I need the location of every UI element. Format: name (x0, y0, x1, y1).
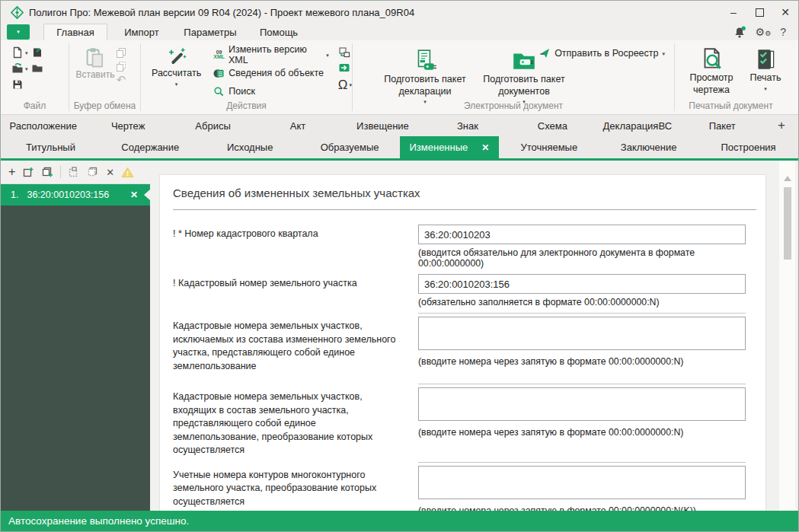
form-row-included-numbers: Кадастровые номера земельных участков, в… (173, 384, 756, 457)
window-arrange-icon[interactable] (338, 46, 350, 59)
form-row-quarter-number: ! * Номер кадастрового квартала (вводитс… (173, 225, 756, 269)
minimize-button[interactable]: – (721, 2, 746, 23)
ribbon-group-label: Файл (1, 100, 69, 111)
delete-item-button[interactable]: ✕ (106, 167, 114, 177)
form-title: Сведения об измененных земельных участка… (173, 186, 756, 199)
notifications-bell-icon[interactable] (733, 26, 746, 38)
duplicate-item-button[interactable] (22, 166, 34, 178)
cadastral-number-input[interactable] (418, 274, 746, 294)
close-tab-icon[interactable]: ✕ (481, 142, 489, 153)
doc-tabs-row-1: Расположение Чертеж Абрисы Акт Извещение… (1, 115, 798, 136)
included-numbers-textarea[interactable] (418, 387, 746, 421)
undo-icon[interactable]: ↶ (115, 74, 127, 85)
tab-ishodnye[interactable]: Исходные (200, 136, 300, 158)
save-button[interactable] (11, 78, 31, 91)
tab-pomosch[interactable]: Помощь (244, 24, 313, 40)
close-button[interactable]: ✕ (772, 2, 798, 23)
excluded-numbers-textarea[interactable] (418, 317, 746, 350)
paste-item-button[interactable] (68, 166, 80, 178)
contour-numbers-textarea[interactable] (418, 466, 746, 499)
scroll-up-arrow-icon[interactable] (784, 176, 791, 181)
open-project-button[interactable]: ▾ (11, 62, 31, 75)
omega-symbol-button[interactable]: Ω ▾ (338, 77, 352, 92)
remove-item-icon[interactable]: ✕ (130, 190, 138, 200)
vertical-scrollbar[interactable] (779, 161, 795, 511)
field-label: ! * Номер кадастрового квартала (173, 225, 418, 269)
send-to-rosreestr-button[interactable]: Отправить в Росреестр ▾ (539, 47, 665, 59)
tab-raspolozhenie[interactable]: Расположение (1, 115, 85, 136)
open-folder-button[interactable] (31, 62, 48, 75)
prepare-documents-label: Подготовить пакет документов (479, 74, 569, 97)
help-icon[interactable]: ? (780, 26, 786, 38)
ribbon-group-label: Печатный документ (675, 100, 787, 111)
doc-tabs-row-2: Титульный Содержание Исходные Образуемые… (1, 136, 798, 158)
form-row-cadastral-number: ! Кадастровый номер земельного участка (… (173, 274, 756, 307)
new-document-button[interactable]: ▾ (11, 46, 31, 59)
ribbon-group-edoc: Подготовить пакет декларации ▾ Подготови… (353, 40, 674, 114)
tab-akt[interactable]: Акт (255, 115, 340, 136)
quarter-number-input[interactable] (418, 225, 746, 244)
tab-chertezh[interactable]: Чертеж (85, 115, 170, 136)
print-button[interactable]: Печать ▾ (745, 45, 786, 97)
save-as-template-button[interactable] (31, 46, 48, 59)
field-label: Кадастровые номера земельных участков, в… (173, 384, 418, 457)
ribbon-group-printdoc: Просмотр чертежа Печать ▾ Печатный докум… (675, 40, 787, 114)
tab-postroeniya[interactable]: Построения (698, 136, 798, 158)
tab-znak[interactable]: Знак (425, 115, 510, 136)
ribbon-group-actions: Рассчитать ▾ 09XML Изменить версию XML ▾ (141, 40, 352, 114)
field-hint: (вводите номера через запятую в формате … (418, 505, 746, 511)
window-controls: – ✕ (721, 2, 798, 23)
tab-obrazuemye[interactable]: Образуемые (300, 136, 400, 158)
field-hint: (вводится обязательно для электронного д… (418, 247, 746, 269)
toolbar-separator (60, 166, 61, 178)
tab-import[interactable]: Импорт (107, 24, 176, 40)
change-xml-label: Изменить версию XML (229, 44, 322, 65)
object-info-icon (213, 68, 225, 79)
tab-paket[interactable]: Пакет (680, 115, 765, 136)
ribbon-group-file: ▾ ▾ Файл (1, 40, 69, 114)
selected-item-notch (144, 190, 150, 200)
copy-special-icon[interactable] (115, 60, 127, 72)
tab-utochnyaemye[interactable]: Уточняемые (499, 136, 599, 158)
clipboard-icon (84, 46, 107, 69)
tab-titulnyy[interactable]: Титульный (1, 136, 101, 158)
import-into-icon[interactable] (338, 62, 350, 74)
field-hint: (вводите номера через запятую в формате … (418, 356, 746, 367)
chevron-down-icon: ▾ (175, 81, 178, 88)
tab-izmenennye-active[interactable]: Измененные ✕ (400, 136, 500, 158)
copy-icon[interactable] (115, 46, 127, 59)
app-menu-button[interactable]: ▾ (7, 24, 30, 40)
status-bar: Автосохранение выполнено успешно. (1, 511, 798, 531)
tab-zaklyuchenie[interactable]: Заключение (599, 136, 698, 158)
tab-glavnaya[interactable]: Главная (43, 24, 107, 40)
warning-icon[interactable] (121, 167, 134, 178)
tab-soderzhanie[interactable]: Содержание (101, 136, 200, 158)
form-row-contour-numbers: Учетные номера контуров многоконтурного … (173, 462, 756, 511)
document-tabs: Расположение Чертеж Абрисы Акт Извещение… (1, 115, 798, 161)
tab-parametry[interactable]: Параметры (176, 24, 244, 40)
search-icon (213, 86, 225, 97)
object-info-button[interactable]: Сведения об объекте (213, 65, 329, 81)
tab-deklaraciyavs[interactable]: ДекларацияВС (595, 115, 679, 136)
add-tab-button[interactable]: + (765, 115, 798, 136)
scrollbar-thumb[interactable] (784, 187, 791, 260)
view-drawing-button[interactable]: Просмотр чертежа (681, 45, 742, 97)
tab-izveschenie[interactable]: Извещение (340, 115, 425, 136)
search-button[interactable]: Поиск (213, 84, 329, 99)
maximize-button[interactable] (746, 2, 772, 23)
duplicate-all-button[interactable] (41, 166, 53, 178)
settings-gears-icon[interactable]: ⚙⚙ (756, 27, 772, 37)
calculate-button[interactable]: Рассчитать ▾ (147, 45, 206, 99)
tab-abrisy[interactable]: Абрисы (171, 115, 255, 136)
parcel-list-item-selected[interactable]: 1. 36:20:0010203:156 ✕ (1, 184, 150, 205)
tab-shema[interactable]: Схема (510, 115, 595, 136)
paste-button[interactable]: Вставить (75, 45, 115, 85)
form-title-divider (173, 209, 756, 210)
calculate-label: Рассчитать (152, 68, 201, 80)
send-to-rosreestr-label: Отправить в Росреестр (555, 48, 658, 59)
change-xml-version-button[interactable]: 09XML Изменить версию XML ▾ (213, 47, 329, 62)
chevron-down-icon: ▾ (349, 82, 352, 88)
paste-all-button[interactable] (87, 166, 99, 178)
add-item-button[interactable]: + (8, 166, 15, 178)
window-title: Полигон Про: Межевой план версии 09 R04 … (29, 7, 414, 18)
